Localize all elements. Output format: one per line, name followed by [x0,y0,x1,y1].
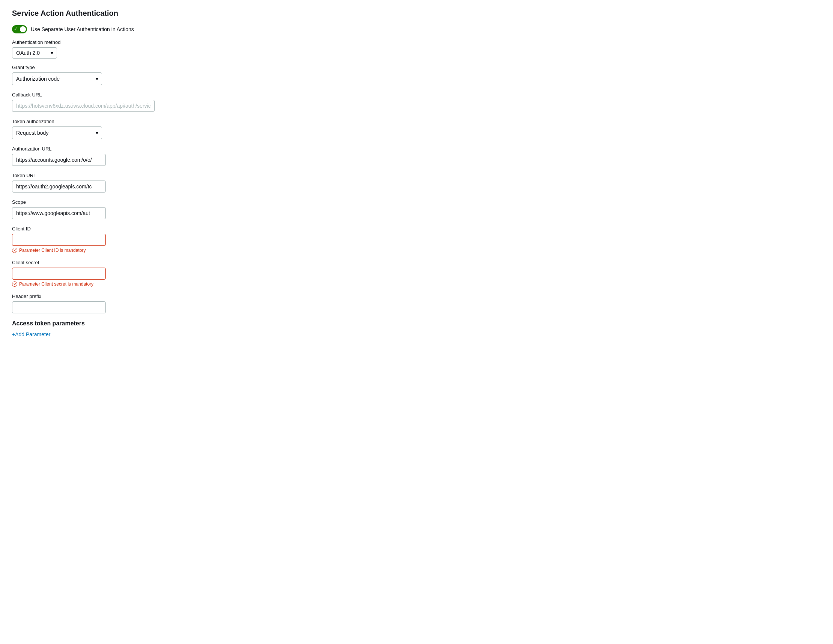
client-id-error-text: Parameter Client ID is mandatory [19,248,85,253]
scope-label: Scope [12,199,821,205]
client-secret-input[interactable] [12,267,106,280]
client-secret-group: Client secret ✕ Parameter Client secret … [12,260,821,287]
header-prefix-label: Header prefix [12,293,821,299]
grant-type-group: Grant type Authorization code Client cre… [12,64,821,85]
client-id-error: ✕ Parameter Client ID is mandatory [12,248,821,253]
callback-url-label: Callback URL [12,92,821,98]
token-url-input[interactable] [12,180,106,193]
auth-method-select-wrapper: OAuth 2.0 Basic Auth API Key [12,47,57,58]
token-authorization-select-wrapper: Request body Basic auth header [12,127,102,139]
client-secret-label: Client secret [12,260,821,265]
client-id-group: Client ID ✕ Parameter Client ID is manda… [12,226,821,253]
access-token-params-title: Access token parameters [12,320,821,327]
add-parameter-label: +Add Parameter [12,332,50,337]
access-token-params-section: Access token parameters +Add Parameter [12,320,821,337]
client-id-label: Client ID [12,226,821,232]
scope-group: Scope [12,199,821,219]
token-url-label: Token URL [12,172,821,178]
grant-type-label: Grant type [12,64,821,70]
token-url-group: Token URL [12,172,821,193]
authorization-url-label: Authorization URL [12,146,821,151]
token-authorization-label: Token authorization [12,119,821,124]
client-secret-error-text: Parameter Client secret is mandatory [19,282,93,287]
grant-type-select-wrapper: Authorization code Client credentials Im… [12,72,102,85]
client-id-error-icon: ✕ [12,248,17,253]
authorization-url-input[interactable] [12,154,106,166]
page-title: Service Action Authentication [12,9,821,18]
toggle-row: ✓ Use Separate User Authentication in Ac… [12,25,821,34]
auth-method-select[interactable]: OAuth 2.0 Basic Auth API Key [12,47,57,58]
scope-input[interactable] [12,207,106,219]
toggle-label: Use Separate User Authentication in Acti… [31,26,134,32]
token-authorization-select[interactable]: Request body Basic auth header [12,127,102,139]
auth-method-label: Authentication method [12,39,821,45]
auth-method-group: Authentication method OAuth 2.0 Basic Au… [12,39,821,58]
header-prefix-input[interactable] [12,301,106,313]
client-id-input[interactable] [12,234,106,246]
toggle-check-icon: ✓ [14,27,18,31]
client-secret-error-icon: ✕ [12,282,17,287]
callback-url-group: Callback URL [12,92,821,112]
add-parameter-button[interactable]: +Add Parameter [12,332,50,337]
grant-type-select[interactable]: Authorization code Client credentials Im… [12,72,102,85]
authorization-url-group: Authorization URL [12,146,821,166]
token-authorization-group: Token authorization Request body Basic a… [12,119,821,139]
callback-url-input[interactable] [12,100,154,112]
use-separate-auth-toggle[interactable]: ✓ [12,25,27,34]
client-secret-error: ✕ Parameter Client secret is mandatory [12,282,821,287]
header-prefix-group: Header prefix [12,293,821,313]
